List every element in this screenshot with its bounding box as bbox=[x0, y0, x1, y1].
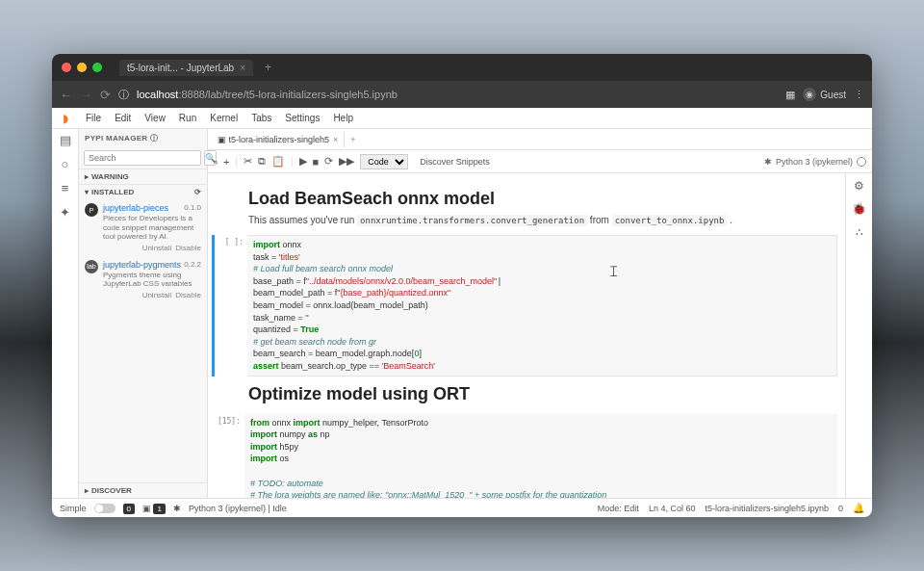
package-icon: lab bbox=[85, 260, 98, 273]
minimize-window-icon[interactable] bbox=[77, 63, 87, 72]
uninstall-button[interactable]: Uninstall bbox=[142, 244, 172, 252]
running-icon[interactable]: ○ bbox=[62, 157, 69, 171]
titlebar: t5-lora-init... - JupyterLab × + bbox=[52, 54, 872, 81]
forward-button: → bbox=[80, 88, 92, 102]
restart-button[interactable]: ⟳ bbox=[324, 155, 333, 168]
prompt: [ ]: bbox=[215, 235, 247, 376]
browser-tab-title: t5-lora-init... - JupyterLab bbox=[127, 63, 234, 73]
menu-settings[interactable]: Settings bbox=[278, 110, 326, 126]
file-path: t5-lora-initializers-singleh5.ipynb bbox=[705, 504, 829, 513]
close-window-icon[interactable] bbox=[62, 63, 71, 72]
copy-button[interactable]: ⧉ bbox=[258, 155, 266, 168]
disable-button[interactable]: Disable bbox=[175, 291, 201, 299]
assist-status-icon[interactable]: ✱ bbox=[173, 504, 181, 513]
menu-tabs[interactable]: Tabs bbox=[244, 110, 278, 126]
browser-tab[interactable]: t5-lora-init... - JupyterLab × bbox=[119, 60, 253, 76]
paste-button[interactable]: 📋 bbox=[271, 155, 285, 168]
stop-button[interactable]: ■ bbox=[313, 156, 320, 168]
close-tab-icon[interactable]: × bbox=[333, 135, 338, 144]
section-discover[interactable]: ▸ DISCOVER bbox=[79, 482, 207, 498]
save-button[interactable]: ▫ bbox=[214, 156, 218, 168]
maximize-window-icon[interactable] bbox=[92, 63, 102, 72]
uninstall-button[interactable]: Uninstall bbox=[142, 291, 172, 299]
code-cell[interactable]: [15]: from onnx import numpy_helper, Ten… bbox=[212, 414, 837, 498]
profile-button[interactable]: ◉ Guest bbox=[803, 88, 846, 101]
log-count[interactable]: 0 bbox=[838, 504, 843, 513]
package-version: 0.1.0 bbox=[184, 203, 201, 212]
notebook-body[interactable]: Load BeamSeach onnx model This assumes y… bbox=[208, 173, 845, 498]
chevron-right-icon: ▸ bbox=[85, 172, 89, 181]
menu-view[interactable]: View bbox=[138, 110, 172, 126]
notebook-tabs: ▣ t5-lora-initializers-singleh5 × + bbox=[208, 129, 872, 150]
section-warning[interactable]: ▸ WARNING bbox=[79, 169, 207, 184]
paragraph: This assumes you've run onnxruntime.tran… bbox=[248, 215, 818, 225]
run-all-button[interactable]: ▶▶ bbox=[339, 155, 354, 168]
simple-label: Simple bbox=[60, 504, 87, 513]
notebook-tab[interactable]: ▣ t5-lora-initializers-singleh5 × bbox=[212, 132, 345, 147]
package-icon: P bbox=[85, 203, 98, 217]
url-input[interactable]: localhost:8888/lab/tree/t5-lora-initiali… bbox=[137, 89, 778, 100]
terminal-count[interactable]: 0 bbox=[123, 504, 135, 513]
disable-button[interactable]: Disable bbox=[175, 244, 201, 252]
extensions-icon[interactable]: ✦ bbox=[60, 205, 70, 220]
toc-icon[interactable]: ≡ bbox=[62, 181, 69, 195]
menu-kernel[interactable]: Kernel bbox=[203, 110, 244, 126]
debug-icon[interactable]: 🐞 bbox=[852, 202, 866, 216]
menu-edit[interactable]: Edit bbox=[108, 110, 138, 126]
markdown-cell[interactable]: Load BeamSeach onnx model This assumes y… bbox=[248, 189, 837, 225]
browser-menu-button[interactable]: ⋮ bbox=[854, 89, 864, 101]
run-button[interactable]: ▶ bbox=[299, 155, 307, 168]
window-controls bbox=[62, 63, 102, 72]
cursor-position[interactable]: Ln 4, Col 60 bbox=[649, 504, 696, 513]
search-input[interactable] bbox=[84, 150, 201, 166]
menu-file[interactable]: File bbox=[79, 110, 108, 126]
extension-icon[interactable]: ▦ bbox=[785, 89, 795, 101]
close-tab-icon[interactable]: × bbox=[240, 63, 245, 73]
heading: Optimize model using ORT bbox=[248, 384, 818, 404]
kernel-status[interactable]: Python 3 (ipykernel) | Idle bbox=[189, 504, 287, 513]
new-tab-button[interactable]: + bbox=[265, 61, 271, 74]
menu-run[interactable]: Run bbox=[172, 110, 203, 126]
package-name[interactable]: jupyterlab-pieces bbox=[103, 203, 168, 213]
jupyter-logo-icon[interactable]: ◗ bbox=[58, 111, 73, 126]
sidebar: PYPI MANAGER ⓘ 🔍 ▸ WARNING ▾ INSTALLED ⟳… bbox=[79, 129, 208, 498]
sidebar-title: PYPI MANAGER ⓘ bbox=[79, 129, 207, 147]
package-version: 0.2.2 bbox=[184, 260, 201, 269]
pieces-icon[interactable]: ∴ bbox=[856, 225, 863, 239]
notification-icon[interactable]: 🔔 bbox=[853, 503, 864, 513]
notebook-tab-title: ▣ t5-lora-initializers-singleh5 bbox=[218, 135, 329, 144]
package-item: lab jupyterlab-pygments 0.2.2 Pygments t… bbox=[79, 256, 207, 303]
prompt: [15]: bbox=[212, 414, 244, 498]
markdown-cell[interactable]: Optimize model using ORT bbox=[248, 384, 837, 404]
cell-type-select[interactable]: Code bbox=[360, 154, 408, 169]
code-editor[interactable]: import onnx task = 'titles' # Load full … bbox=[247, 235, 837, 376]
package-desc: Pieces for Developers is a code snippet … bbox=[103, 214, 201, 242]
back-button[interactable]: ← bbox=[60, 88, 72, 102]
right-sidebar: ⚙ 🐞 ∴ bbox=[845, 173, 872, 498]
guest-icon: ◉ bbox=[803, 88, 816, 101]
menu-help[interactable]: Help bbox=[326, 110, 360, 126]
code-editor[interactable]: from onnx import numpy_helper, TensorPro… bbox=[244, 414, 837, 498]
code-cell[interactable]: 🔗 ⧉ ↑ ↓ ⬇ ▾ 🗑 [ ]: import onnx task = 't… bbox=[212, 235, 837, 376]
property-inspector-icon[interactable]: ⚙ bbox=[854, 179, 864, 193]
simple-toggle[interactable] bbox=[94, 504, 116, 513]
cut-button[interactable]: ✂ bbox=[244, 155, 252, 168]
kernel-count[interactable]: ▣ 1 bbox=[142, 504, 166, 513]
reload-button[interactable]: ⟳ bbox=[100, 88, 111, 102]
files-icon[interactable]: ▤ bbox=[60, 133, 71, 147]
info-icon[interactable]: ⓘ bbox=[150, 133, 158, 143]
new-launcher-button[interactable]: + bbox=[345, 132, 361, 147]
kernel-status-icon[interactable] bbox=[857, 157, 866, 167]
section-installed[interactable]: ▾ INSTALLED ⟳ bbox=[79, 184, 207, 199]
notebook-toolbar: ▫ + | ✂ ⧉ 📋 | ▶ ■ ⟳ ▶▶ Code Discover Sni… bbox=[208, 150, 872, 173]
refresh-icon[interactable]: ⟳ bbox=[194, 188, 201, 196]
discover-snippets-button[interactable]: Discover Snippets bbox=[420, 157, 490, 167]
kernel-name[interactable]: Python 3 (ipykernel) bbox=[776, 157, 853, 167]
assist-icon[interactable]: ✱ bbox=[764, 157, 772, 167]
chevron-right-icon: ▸ bbox=[85, 486, 89, 495]
package-name[interactable]: jupyterlab-pygments bbox=[103, 260, 181, 270]
site-info-icon[interactable]: ⓘ bbox=[118, 88, 129, 102]
menubar: ◗ File Edit View Run Kernel Tabs Setting… bbox=[52, 108, 872, 129]
chevron-down-icon: ▾ bbox=[85, 188, 89, 196]
add-cell-button[interactable]: + bbox=[223, 156, 229, 168]
